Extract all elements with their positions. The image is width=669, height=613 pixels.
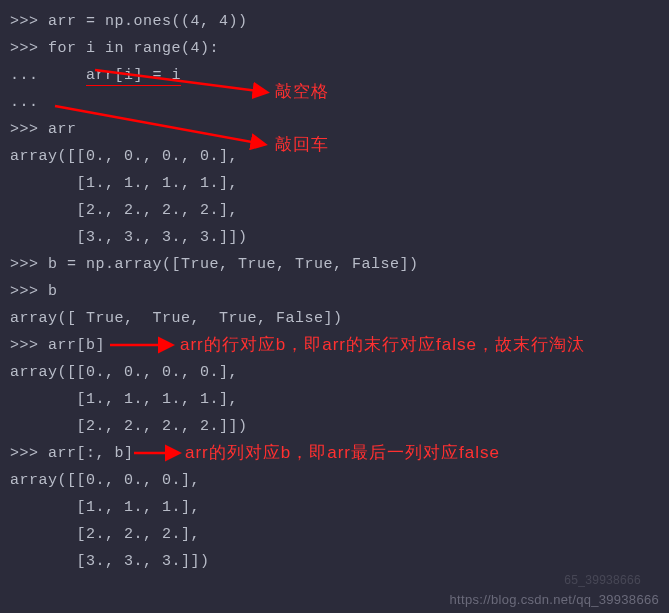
code-line: [1., 1., 1., 1.], xyxy=(10,386,659,413)
code-block: >>> arr = np.ones((4, 4)) >>> for i in r… xyxy=(0,0,669,583)
code-line: ... arr[i] = i xyxy=(10,62,659,89)
watermark-faint: 65_39938666 xyxy=(564,573,641,587)
code-line: >>> arr xyxy=(10,116,659,143)
code-line: [2., 2., 2.], xyxy=(10,521,659,548)
code-line: array([ True, True, True, False]) xyxy=(10,305,659,332)
code-text: ... xyxy=(10,67,86,84)
code-line: [2., 2., 2., 2.], xyxy=(10,197,659,224)
annotation-space: 敲空格 xyxy=(275,80,329,103)
code-line: [3., 3., 3., 3.]]) xyxy=(10,224,659,251)
code-line: [1., 1., 1.], xyxy=(10,494,659,521)
annotation-col: arr的列对应b，即arr最后一列对应false xyxy=(185,441,500,464)
underlined-text: arr[i] = i xyxy=(86,67,181,86)
code-line: ... xyxy=(10,89,659,116)
code-line: [1., 1., 1., 1.], xyxy=(10,170,659,197)
watermark: https://blog.csdn.net/qq_39938666 xyxy=(450,592,659,607)
code-line: >>> b xyxy=(10,278,659,305)
code-line: >>> arr = np.ones((4, 4)) xyxy=(10,8,659,35)
code-line: >>> b = np.array([True, True, True, Fals… xyxy=(10,251,659,278)
code-line: [3., 3., 3.]]) xyxy=(10,548,659,575)
code-line: array([[0., 0., 0., 0.], xyxy=(10,143,659,170)
annotation-enter: 敲回车 xyxy=(275,133,329,156)
code-line: array([[0., 0., 0., 0.], xyxy=(10,359,659,386)
annotation-row: arr的行对应b，即arr的末行对应false，故末行淘汰 xyxy=(180,333,585,356)
code-line: [2., 2., 2., 2.]]) xyxy=(10,413,659,440)
code-line: array([[0., 0., 0.], xyxy=(10,467,659,494)
code-line: >>> for i in range(4): xyxy=(10,35,659,62)
